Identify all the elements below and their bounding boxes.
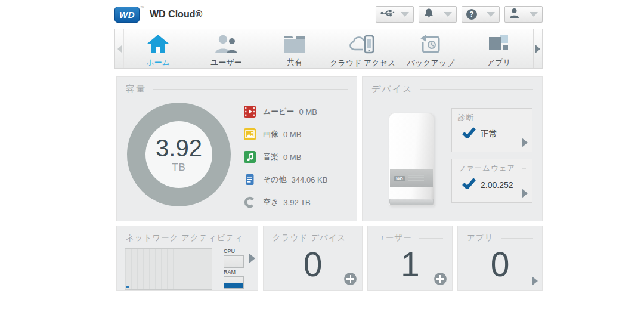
legend-item-movies: ムービー 0 MB [244, 106, 327, 118]
help-dropdown-button[interactable]: ? [462, 6, 500, 23]
free-space-icon [244, 196, 256, 208]
cloud-access-icon [349, 35, 376, 54]
music-icon [244, 151, 256, 163]
device-panel: デバイス WD 診断 [362, 76, 543, 221]
usb-dropdown-button[interactable] [376, 6, 414, 23]
diagnosis-title: 診断 [458, 113, 474, 123]
network-activity-chart [125, 248, 212, 290]
ram-meter [224, 276, 244, 289]
title-rule [481, 118, 526, 118]
check-icon [462, 127, 476, 141]
legend-item-music: 音楽 0 MB [244, 151, 327, 163]
nav-item-users[interactable]: ユーザー [192, 29, 260, 68]
apps-panel: アプリ 0 [457, 226, 543, 291]
dropdown-caret [444, 12, 452, 17]
nav-label: 共有 [287, 57, 302, 68]
nav-item-shares[interactable]: 共有 [261, 29, 329, 68]
ram-meter-fill [224, 283, 243, 288]
firmware-detail-arrow[interactable] [522, 189, 528, 198]
cpu-label: CPU [224, 248, 244, 254]
title-rule [501, 238, 533, 239]
legend-value: 344.06 KB [292, 175, 328, 184]
usb-icon [380, 9, 395, 20]
diagnosis-box: 診断 正常 [451, 108, 532, 152]
logo-trademark: ™ [140, 5, 144, 10]
home-icon [147, 35, 169, 53]
users-panel: ユーザー 1 [367, 226, 453, 291]
device-body: WD [389, 113, 434, 206]
network-spark [126, 286, 129, 288]
device-image: WD [389, 113, 440, 206]
apps-icon [489, 35, 509, 53]
nav-scroll-left[interactable] [115, 29, 124, 68]
title-rule [522, 168, 526, 169]
divider [218, 248, 218, 290]
document-icon [244, 174, 256, 186]
add-user-button[interactable] [434, 273, 447, 285]
firmware-box: ファームウェア 2.00.252 [451, 159, 532, 203]
diagnosis-status: 正常 [481, 129, 497, 140]
apps-detail-arrow[interactable] [532, 276, 538, 286]
backup-icon [420, 35, 441, 54]
nav-label: バックアップ [407, 58, 455, 69]
capacity-legend: ムービー 0 MB [244, 106, 327, 208]
capacity-panel: 容量 3.92 TB [116, 76, 357, 221]
network-activity-panel: ネットワーク アクティビティ CPU RAM [116, 226, 258, 291]
dropdown-caret [530, 12, 538, 17]
legend-label: 画像 [263, 129, 278, 140]
chevron-left-icon [117, 45, 122, 53]
main-navbar: ホーム ユーザー [114, 29, 543, 69]
add-cloud-device-button[interactable] [344, 273, 357, 285]
capacity-value: 3.92 [156, 136, 202, 160]
firmware-version: 2.00.252 [481, 180, 513, 190]
network-title: ネットワーク アクティビティ [126, 233, 243, 243]
legend-label: その他 [263, 174, 287, 185]
bell-icon [423, 8, 434, 21]
nav-label: クラウド アクセス [330, 58, 395, 69]
legend-value: 0 MB [299, 107, 317, 116]
nav-scroll-right[interactable] [533, 29, 542, 68]
wd-logo: WD [114, 7, 140, 23]
nav-item-cloud-access[interactable]: クラウド アクセス [329, 29, 397, 68]
cpu-ram-meters: CPU RAM [224, 248, 244, 290]
diagnosis-detail-arrow[interactable] [522, 138, 528, 147]
nav-label: ユーザー [210, 57, 242, 68]
nav-label: アプリ [487, 57, 511, 68]
users-icon [215, 35, 237, 53]
nav-item-backup[interactable]: バックアップ [397, 29, 465, 68]
cloud-devices-panel: クラウド デバイス 0 [263, 226, 363, 291]
title-rule [153, 89, 348, 90]
shares-icon [284, 35, 305, 53]
movie-icon [244, 106, 256, 118]
dropdown-caret [401, 12, 409, 17]
main-content: 容量 3.92 TB [116, 76, 543, 291]
title-rule [419, 238, 443, 239]
apps-title: アプリ [467, 233, 493, 243]
capacity-title: 容量 [126, 84, 146, 95]
device-base [389, 199, 434, 205]
ram-label: RAM [224, 269, 244, 275]
image-icon [244, 128, 256, 140]
user-dropdown-button[interactable] [504, 6, 543, 23]
firmware-title: ファームウェア [458, 163, 515, 174]
nav-item-apps[interactable]: アプリ [465, 29, 533, 68]
network-detail-arrow[interactable] [249, 254, 255, 263]
legend-value: 0 MB [283, 153, 301, 162]
header: WD ™ WD Cloud® [114, 5, 543, 23]
nav-items: ホーム ユーザー [124, 29, 533, 68]
nav-item-home[interactable]: ホーム [124, 29, 192, 68]
legend-item-images: 画像 0 MB [244, 128, 327, 140]
chevron-right-icon [535, 45, 540, 53]
device-front-label: WD [390, 169, 433, 187]
legend-value: 0 MB [283, 130, 301, 139]
cpu-meter [224, 255, 244, 268]
dropdown-caret [487, 12, 495, 17]
legend-label: 音楽 [263, 152, 278, 162]
wd-cloud-dashboard: WD ™ WD Cloud® [0, 0, 644, 324]
users-title: ユーザー [377, 233, 412, 243]
alerts-dropdown-button[interactable] [419, 6, 457, 23]
nav-label: ホーム [146, 57, 170, 68]
legend-item-other: その他 344.06 KB [244, 174, 327, 186]
capacity-unit: TB [172, 162, 186, 174]
device-title: デバイス [371, 84, 413, 95]
